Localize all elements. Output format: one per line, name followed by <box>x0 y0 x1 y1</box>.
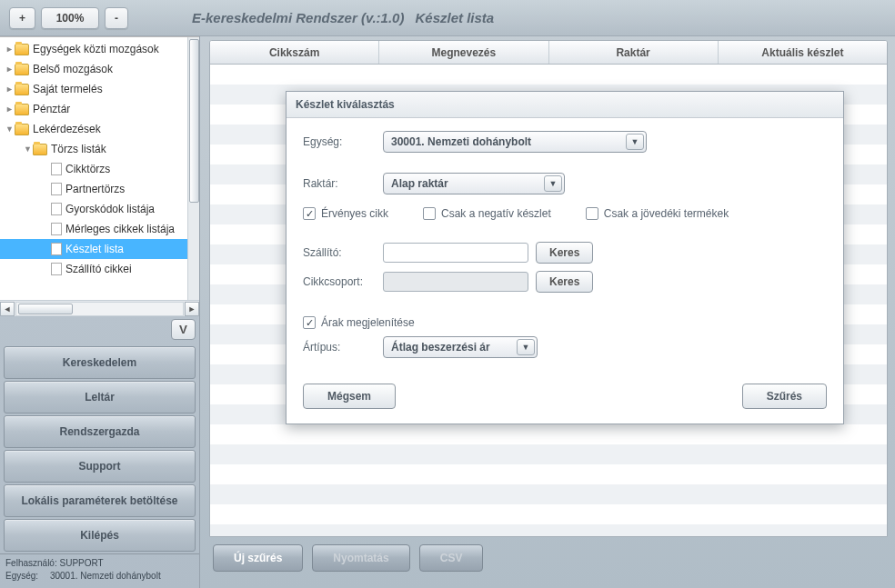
tree-item[interactable]: ►Belső mozgások <box>0 59 199 79</box>
checkbox-icon <box>586 207 598 220</box>
supplier-search-button[interactable]: Keres <box>536 242 593 264</box>
caret-right-icon[interactable]: ► <box>5 65 15 74</box>
show-prices-label: Árak megjelenítése <box>321 316 415 329</box>
file-icon <box>51 183 62 195</box>
scroll-left-icon[interactable]: ◄ <box>0 302 15 316</box>
scrollbar-track[interactable] <box>15 302 184 316</box>
table-row <box>210 504 887 524</box>
filter-dialog: Készlet kiválasztás Egység: 30001. Nemze… <box>286 91 844 424</box>
file-icon <box>51 263 62 275</box>
cancel-button[interactable]: Mégsem <box>303 384 396 409</box>
group-input[interactable] <box>383 272 528 292</box>
caret-right-icon[interactable]: ► <box>5 85 15 94</box>
supplier-input[interactable] <box>383 243 528 263</box>
chevron-down-icon[interactable]: ▼ <box>544 175 562 192</box>
tree-item[interactable]: ►Pénztár <box>0 99 199 119</box>
table-row <box>210 444 887 464</box>
tree-item[interactable]: ▼Törzs listák <box>0 139 199 159</box>
app-title: E-kereskedelmi Rendszer (v.:1.0) <box>192 10 404 25</box>
chevron-down-icon[interactable]: ▼ <box>517 339 535 355</box>
zoom-in-button[interactable]: + <box>9 7 35 29</box>
column-header[interactable]: Raktár <box>549 41 719 64</box>
table-row <box>210 484 887 504</box>
tree-item[interactable]: Cikktörzs <box>0 159 199 179</box>
dialog-title: Készlet kiválasztás <box>287 92 843 118</box>
tree-item[interactable]: ▼Lekérdezések <box>0 119 199 139</box>
checkbox-icon: ✓ <box>303 316 316 329</box>
negative-stock-checkbox[interactable]: Csak a negatív készlet <box>423 207 551 220</box>
caret-right-icon[interactable]: ► <box>5 105 15 114</box>
print-button[interactable]: Nyomtatás <box>312 544 409 572</box>
folder-icon <box>15 104 29 115</box>
filter-button[interactable]: Szűrés <box>742 384 827 409</box>
csv-button[interactable]: CSV <box>419 544 484 572</box>
tree-item-label: Belső mozgások <box>33 63 113 75</box>
zoom-out-button[interactable]: - <box>105 7 128 29</box>
tree-item-label: Partnertörzs <box>65 183 125 195</box>
column-header[interactable]: Megnevezés <box>379 41 548 64</box>
zoom-level-button[interactable]: 100% <box>41 7 99 29</box>
show-prices-checkbox[interactable]: ✓ Árak megjelenítése <box>303 316 415 329</box>
negative-stock-label: Csak a negatív készlet <box>441 207 551 220</box>
tree-panel: ►Egységek közti mozgások►Belső mozgások►… <box>0 36 199 316</box>
column-header[interactable]: Aktuális készlet <box>719 41 887 64</box>
tree-item[interactable]: Mérleges cikkek listája <box>0 219 199 239</box>
checkbox-icon <box>423 207 436 220</box>
scrollbar-thumb[interactable] <box>189 39 199 203</box>
store-combobox[interactable]: Alap raktár ▼ <box>383 173 565 194</box>
caret-right-icon[interactable]: ► <box>5 45 15 54</box>
module-button[interactable]: Kereskedelem <box>4 346 196 379</box>
tree-item-label: Pénztár <box>33 103 70 115</box>
table-header: CikkszámMegnevezésRaktárAktuális készlet <box>210 41 887 65</box>
store-label: Raktár: <box>303 177 383 190</box>
tree-item-label: Saját termelés <box>33 83 103 95</box>
excise-label: Csak a jövedéki termékek <box>604 207 729 220</box>
tree-collapse-button[interactable]: V <box>171 319 196 340</box>
caret-down-icon[interactable]: ▼ <box>24 145 33 154</box>
group-search-button[interactable]: Keres <box>536 271 593 293</box>
new-filter-button[interactable]: Új szűrés <box>213 544 303 572</box>
chevron-down-icon[interactable]: ▼ <box>626 134 644 150</box>
valid-item-checkbox[interactable]: ✓ Érvényes cikk <box>303 207 388 220</box>
supplier-label: Szállító: <box>303 246 383 259</box>
tree-item-label: Készlet lista <box>65 243 124 255</box>
sidebar: ►Egységek közti mozgások►Belső mozgások►… <box>0 36 200 588</box>
excise-checkbox[interactable]: Csak a jövedéki termékek <box>586 207 729 220</box>
tree-item-label: Egységek közti mozgások <box>33 43 159 55</box>
tree-item[interactable]: Gyorskódok listája <box>0 199 199 219</box>
tree-item[interactable]: ►Egységek közti mozgások <box>0 39 199 59</box>
app-header: + 100% - E-kereskedelmi Rendszer (v.:1.0… <box>0 0 895 36</box>
tree-item[interactable]: Partnertörzs <box>0 179 199 199</box>
file-icon <box>51 243 62 255</box>
bottom-toolbar: Új szűrés Nyomtatás CSV <box>209 537 888 572</box>
price-type-combobox[interactable]: Átlag beszerzési ár ▼ <box>383 336 538 358</box>
folder-icon <box>15 124 29 135</box>
module-button[interactable]: Support <box>4 450 196 483</box>
tree-vertical-scrollbar[interactable] <box>187 37 199 300</box>
module-button[interactable]: Rendszergazda <box>4 415 196 448</box>
tree-item-label: Gyorskódok listája <box>65 203 155 215</box>
folder-icon <box>15 84 29 95</box>
tree-item[interactable]: Készlet lista <box>0 239 199 259</box>
scroll-right-icon[interactable]: ► <box>185 302 199 316</box>
caret-down-icon[interactable]: ▼ <box>5 125 15 134</box>
table-row <box>210 524 887 537</box>
module-button[interactable]: Kilépés <box>4 519 196 552</box>
tree-item[interactable]: Szállító cikkei <box>0 259 199 279</box>
tree-item[interactable]: ►Saját termelés <box>0 79 199 99</box>
folder-icon <box>15 44 29 55</box>
column-header[interactable]: Cikkszám <box>210 41 379 64</box>
module-button[interactable]: Lokális paraméterek betöltése <box>4 484 196 517</box>
scrollbar-thumb[interactable] <box>18 304 73 314</box>
store-value: Alap raktár <box>391 177 448 190</box>
status-unit-label: Egység: <box>5 571 38 581</box>
tree-horizontal-scrollbar[interactable]: ◄ ► <box>0 300 199 316</box>
status-user-value: SUPPORT <box>59 558 103 568</box>
file-icon <box>51 203 62 215</box>
module-button[interactable]: Leltár <box>4 381 196 414</box>
zoom-controls: + 100% - <box>9 7 128 29</box>
page-title: Készlet lista <box>415 10 494 25</box>
tree-item-label: Mérleges cikkek listája <box>65 223 175 235</box>
folder-icon <box>15 64 29 75</box>
unit-combobox[interactable]: 30001. Nemzeti dohánybolt ▼ <box>383 131 647 153</box>
